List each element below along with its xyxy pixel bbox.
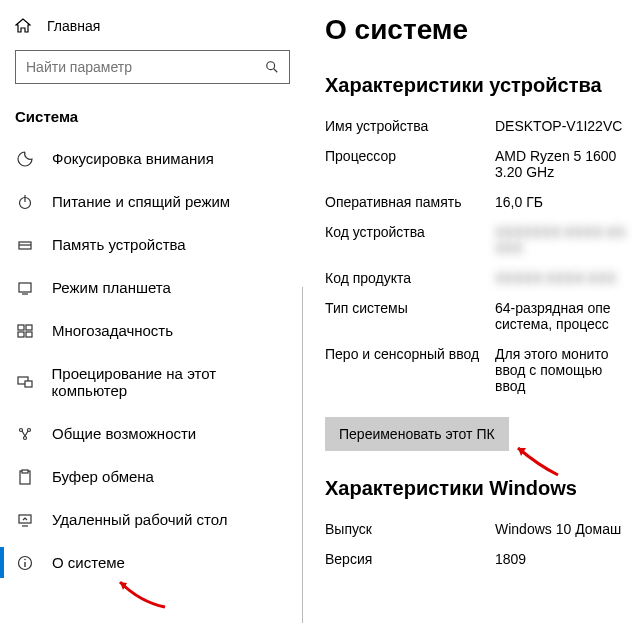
search-input[interactable] [16, 53, 255, 81]
svg-point-23 [24, 558, 26, 560]
svg-rect-13 [25, 381, 32, 387]
device-heading: Характеристики устройства [325, 74, 632, 97]
nav-item-remote[interactable]: Удаленный рабочий стол [0, 498, 305, 541]
row-edition: Выпуск Windows 10 Домаш [325, 514, 632, 544]
svg-rect-18 [22, 470, 28, 473]
nav-label: Питание и спящий режим [52, 193, 230, 210]
nav-label: Фокусировка внимания [52, 150, 214, 167]
svg-rect-9 [26, 325, 32, 330]
shared-icon [16, 426, 34, 442]
label-systype: Тип системы [325, 300, 495, 332]
row-device-name: Имя устройства DESKTOP-V1I22VC [325, 111, 632, 141]
svg-rect-6 [19, 283, 31, 292]
label-deviceid: Код устройства [325, 224, 495, 256]
nav-item-multitask[interactable]: Многозадачность [0, 309, 305, 352]
moon-icon [16, 151, 34, 167]
nav-label: Память устройства [52, 236, 186, 253]
nav-item-clipboard[interactable]: Буфер обмена [0, 455, 305, 498]
label-pen: Перо и сенсорный ввод [325, 346, 495, 394]
nav-item-shared[interactable]: Общие возможности [0, 412, 305, 455]
nav-list: Фокусировка внимания Питание и спящий ре… [0, 137, 305, 584]
nav-label: О системе [52, 554, 125, 571]
value-deviceid: XXXXXXX-XXXX-XX XXX [495, 224, 632, 256]
info-icon [16, 555, 34, 571]
section-title: Система [0, 96, 305, 137]
home-link[interactable]: Главная [0, 10, 305, 42]
multitask-icon [16, 323, 34, 339]
svg-point-0 [267, 62, 275, 70]
vertical-divider [302, 287, 303, 623]
row-version: Версия 1809 [325, 544, 632, 574]
nav-label: Удаленный рабочий стол [52, 511, 227, 528]
nav-item-tablet[interactable]: Режим планшета [0, 266, 305, 309]
nav-label: Общие возможности [52, 425, 196, 442]
nav-item-storage[interactable]: Память устройства [0, 223, 305, 266]
svg-rect-19 [19, 515, 31, 523]
label-productid: Код продукта [325, 270, 495, 286]
row-ram: Оперативная память 16,0 ГБ [325, 187, 632, 217]
page-title: О системе [325, 14, 632, 46]
label-device-name: Имя устройства [325, 118, 495, 134]
svg-line-1 [274, 69, 278, 73]
search-icon [255, 60, 289, 74]
power-icon [16, 194, 34, 210]
storage-icon [16, 237, 34, 253]
svg-rect-11 [26, 332, 32, 337]
nav-label: Режим планшета [52, 279, 171, 296]
svg-point-16 [24, 436, 27, 439]
remote-icon [16, 512, 34, 528]
label-cpu: Процессор [325, 148, 495, 180]
row-deviceid: Код устройства XXXXXXX-XXXX-XX XXX [325, 217, 632, 263]
nav-item-power[interactable]: Питание и спящий режим [0, 180, 305, 223]
value-cpu: AMD Ryzen 5 1600 3.20 GHz [495, 148, 632, 180]
value-pen: Для этого монито ввод с помощью ввод [495, 346, 632, 394]
value-ram: 16,0 ГБ [495, 194, 543, 210]
home-label: Главная [47, 18, 100, 34]
value-version: 1809 [495, 551, 526, 567]
nav-item-about[interactable]: О системе [0, 541, 305, 584]
nav-label: Буфер обмена [52, 468, 154, 485]
value-edition: Windows 10 Домаш [495, 521, 621, 537]
value-systype: 64-разрядная опе система, процесс [495, 300, 632, 332]
value-device-name: DESKTOP-V1I22VC [495, 118, 622, 134]
nav-label: Многозадачность [52, 322, 173, 339]
rename-pc-button[interactable]: Переименовать этот ПК [325, 417, 509, 451]
svg-rect-8 [18, 325, 24, 330]
search-box[interactable] [15, 50, 290, 84]
label-edition: Выпуск [325, 521, 495, 537]
clipboard-icon [16, 469, 34, 485]
row-cpu: Процессор AMD Ryzen 5 1600 3.20 GHz [325, 141, 632, 187]
windows-heading: Характеристики Windows [325, 477, 632, 500]
tablet-icon [16, 280, 34, 296]
label-version: Версия [325, 551, 495, 567]
nav-item-project[interactable]: Проецирование на этот компьютер [0, 352, 305, 412]
label-ram: Оперативная память [325, 194, 495, 210]
project-icon [16, 374, 34, 390]
row-systype: Тип системы 64-разрядная опе система, пр… [325, 293, 632, 339]
nav-label: Проецирование на этот компьютер [52, 365, 290, 399]
row-productid: Код продукта XXXXX-XXXX-XXX [325, 263, 632, 293]
row-pen: Перо и сенсорный ввод Для этого монито в… [325, 339, 632, 401]
value-productid: XXXXX-XXXX-XXX [495, 270, 616, 286]
svg-rect-10 [18, 332, 24, 337]
home-icon [15, 18, 31, 34]
nav-item-focus[interactable]: Фокусировка внимания [0, 137, 305, 180]
